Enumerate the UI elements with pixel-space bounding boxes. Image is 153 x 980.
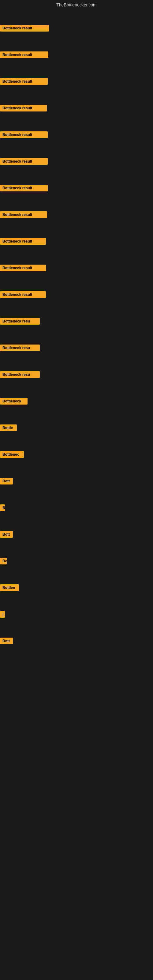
bottleneck-label-23[interactable]: | [0,611,5,618]
bottleneck-label-5[interactable]: Bottleneck result [0,131,48,138]
bottleneck-row-19: B [0,495,153,520]
bottleneck-row-24: Bott [0,629,153,653]
bottleneck-row-17: Bottlenec [0,442,153,467]
bottleneck-row-4: Bottleneck result [0,96,153,120]
bottleneck-label-17[interactable]: Bottlenec [0,451,24,458]
bottleneck-label-10[interactable]: Bottleneck result [0,265,46,271]
bottleneck-label-13[interactable]: Bottleneck resu [0,345,40,351]
bottleneck-label-7[interactable]: Bottleneck result [0,185,48,191]
bottleneck-label-20[interactable]: Bott [0,531,13,538]
bottleneck-label-19[interactable]: B [0,504,5,511]
bottleneck-row-6: Bottleneck result [0,149,153,173]
bottleneck-row-18: Bott [0,469,153,493]
bottleneck-row-8: Bottleneck result [0,202,153,227]
bottleneck-label-12[interactable]: Bottleneck resu [0,318,40,325]
bottleneck-row-15: Bottleneck [0,389,153,414]
bottleneck-row-7: Bottleneck result [0,176,153,200]
bottleneck-row-10: Bottleneck result [0,256,153,280]
bottleneck-label-9[interactable]: Bottleneck result [0,238,46,245]
bottleneck-row-11: Bottleneck result [0,282,153,307]
bottleneck-row-1: Bottleneck result [0,16,153,40]
bottleneck-row-13: Bottleneck resu [0,336,153,360]
bottleneck-label-4[interactable]: Bottleneck result [0,105,47,111]
bottleneck-label-2[interactable]: Bottleneck result [0,51,48,58]
bottleneck-row-5: Bottleneck result [0,123,153,147]
bottleneck-row-23: | [0,602,153,627]
bottleneck-row-22: Bottlen [0,576,153,600]
bottleneck-row-2: Bottleneck result [0,43,153,67]
bottleneck-label-3[interactable]: Bottleneck result [0,78,48,85]
bottleneck-label-8[interactable]: Bottleneck result [0,211,47,218]
bottleneck-row-12: Bottleneck resu [0,309,153,334]
bottleneck-label-22[interactable]: Bottlen [0,584,19,591]
site-title-text: TheBottlenecker.com [56,2,97,7]
bottleneck-label-11[interactable]: Bottleneck result [0,291,46,298]
bottleneck-label-1[interactable]: Bottleneck result [0,25,49,32]
bottleneck-row-3: Bottleneck result [0,69,153,94]
bottleneck-row-14: Bottleneck resu [0,362,153,387]
bottleneck-row-16: Bottle [0,415,153,440]
bottleneck-label-24[interactable]: Bott [0,638,13,644]
bottleneck-label-14[interactable]: Bottleneck resu [0,371,40,378]
bottleneck-label-18[interactable]: Bott [0,478,13,485]
bottleneck-row-20: Bott [0,522,153,547]
bottleneck-row-9: Bottleneck result [0,229,153,254]
bottleneck-label-21[interactable]: Bo [0,558,7,565]
bottleneck-label-15[interactable]: Bottleneck [0,398,27,404]
rows-container: Bottleneck resultBottleneck resultBottle… [0,10,153,980]
page-wrapper: TheBottlenecker.com Bottleneck resultBot… [0,0,153,980]
bottleneck-label-16[interactable]: Bottle [0,425,17,431]
site-title: TheBottlenecker.com [0,0,153,10]
bottleneck-label-6[interactable]: Bottleneck result [0,158,48,165]
bottleneck-row-21: Bo [0,549,153,573]
